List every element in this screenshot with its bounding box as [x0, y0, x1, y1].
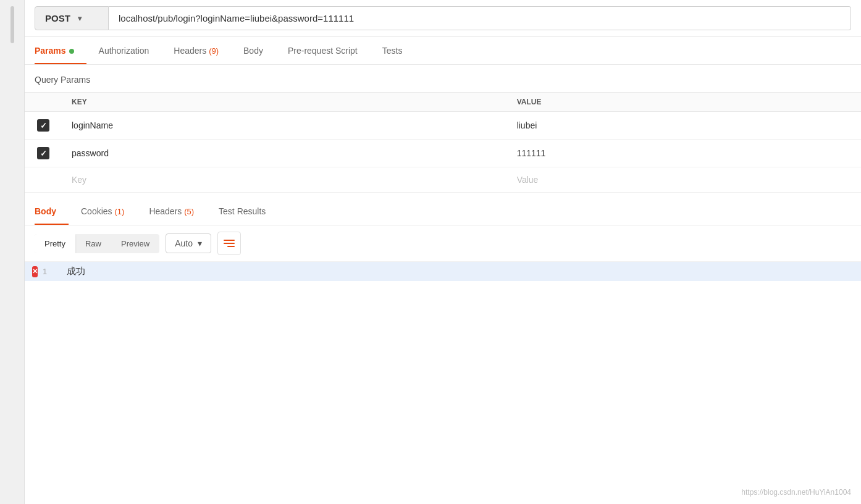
- tab-headers[interactable]: Headers (9): [161, 37, 231, 64]
- params-table: KEY VALUE ✓ loginName liubei ✓ password …: [25, 92, 861, 193]
- response-tabs: Body Cookies (1) Headers (5) Test Result…: [25, 198, 861, 225]
- col-checkbox: [25, 93, 62, 112]
- format-raw-btn[interactable]: Raw: [75, 234, 111, 253]
- watermark: https://blog.csdn.net/HuYiAn1004: [741, 488, 851, 497]
- key-cell-password[interactable]: password: [62, 140, 507, 167]
- checkbox-loginname[interactable]: ✓: [37, 119, 49, 132]
- checkbox-cell[interactable]: ✓: [25, 140, 62, 167]
- table-row: ✓ password 111111: [25, 140, 861, 167]
- word-wrap-button[interactable]: [217, 232, 241, 255]
- code-line-empty: [25, 281, 861, 306]
- url-input[interactable]: [109, 6, 851, 30]
- checkbox-password[interactable]: ✓: [37, 147, 49, 159]
- request-tabs: Params Authorization Headers (9) Body Pr…: [25, 37, 861, 65]
- response-tab-headers[interactable]: Headers (5): [136, 198, 206, 225]
- wrap-line-2: [224, 243, 235, 244]
- params-dot: [69, 49, 74, 54]
- query-params-header: Query Params: [25, 65, 861, 92]
- table-row: Key Value: [25, 167, 861, 193]
- format-preview-btn[interactable]: Preview: [111, 234, 159, 253]
- col-key: KEY: [62, 93, 507, 112]
- code-line-1: ✕ 1 成功: [25, 262, 861, 281]
- cookies-badge: (1): [114, 207, 124, 216]
- auto-selector[interactable]: Auto ▾: [166, 233, 211, 253]
- response-tab-body[interactable]: Body: [35, 198, 69, 225]
- main-container: POST ▾ Params Authorization Headers (9) …: [0, 0, 861, 504]
- key-cell-placeholder[interactable]: Key: [62, 167, 507, 193]
- line-number-1: 1: [43, 267, 55, 276]
- wrap-line-3: [227, 246, 235, 247]
- value-cell-placeholder[interactable]: Value: [507, 167, 861, 193]
- format-group: Pretty Raw Preview: [35, 234, 159, 253]
- tab-body[interactable]: Body: [231, 37, 275, 64]
- url-bar: POST ▾: [25, 0, 861, 37]
- method-chevron: ▾: [78, 14, 82, 23]
- scrollbar-thumb[interactable]: [10, 6, 14, 43]
- response-tab-test-results[interactable]: Test Results: [206, 198, 278, 225]
- checkbox-cell[interactable]: ✓: [25, 112, 62, 140]
- tab-tests[interactable]: Tests: [370, 37, 415, 64]
- line-content-1: 成功: [62, 266, 85, 277]
- table-row: ✓ loginName liubei: [25, 112, 861, 140]
- col-value: VALUE: [507, 93, 861, 112]
- key-cell-loginname[interactable]: loginName: [62, 112, 507, 140]
- tab-authorization[interactable]: Authorization: [86, 37, 162, 64]
- word-wrap-icon: [221, 237, 237, 250]
- tab-params[interactable]: Params: [35, 37, 86, 64]
- wrap-line-1: [224, 240, 235, 241]
- format-pretty-btn[interactable]: Pretty: [35, 234, 75, 253]
- response-headers-badge: (5): [184, 207, 194, 216]
- checkbox-cell-empty: [25, 167, 62, 193]
- response-body: ✕ 1 成功: [25, 262, 861, 306]
- method-selector[interactable]: POST ▾: [35, 6, 109, 30]
- response-tab-cookies[interactable]: Cookies (1): [69, 198, 136, 225]
- close-icon[interactable]: ✕: [32, 266, 38, 277]
- line-actions: ✕ 1: [25, 266, 62, 277]
- value-cell-password[interactable]: 111111: [507, 140, 861, 167]
- method-label: POST: [45, 13, 70, 23]
- format-bar: Pretty Raw Preview Auto ▾: [25, 225, 861, 262]
- value-cell-loginname[interactable]: liubei: [507, 112, 861, 140]
- headers-badge: (9): [209, 46, 219, 56]
- scrollbar-left[interactable]: [0, 0, 25, 504]
- tab-pre-request-script[interactable]: Pre-request Script: [275, 37, 370, 64]
